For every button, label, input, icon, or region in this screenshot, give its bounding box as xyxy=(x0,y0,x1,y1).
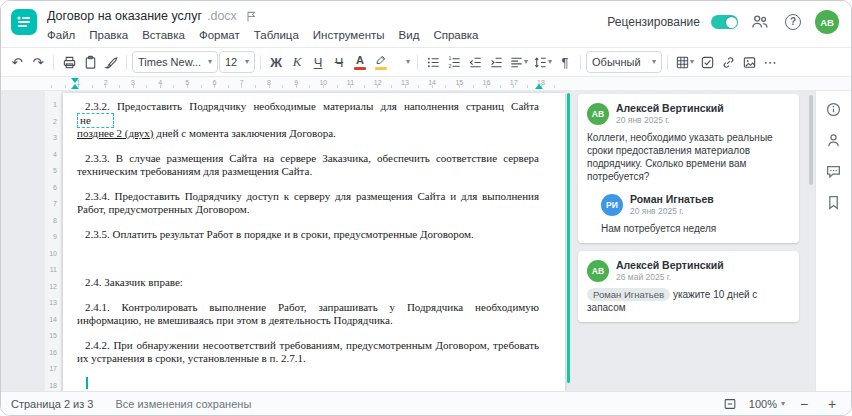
bold-button[interactable]: Ж xyxy=(266,51,286,73)
ruler-tick-label: 12 xyxy=(374,79,382,86)
comments-icon[interactable] xyxy=(823,160,845,182)
info-icon[interactable] xyxy=(823,98,845,120)
ruler-tick-label: 9 xyxy=(294,79,298,86)
alignment-button[interactable]: ▾ xyxy=(507,51,530,73)
ruler-tick-label: 3 xyxy=(53,134,57,141)
numbered-list-button[interactable]: 12 xyxy=(444,51,464,73)
text-run: 2.3.3. В случае размещения Сайта на серв… xyxy=(77,152,539,178)
menu-item-help[interactable]: Справка xyxy=(433,29,478,41)
underline-button[interactable]: Ч xyxy=(308,51,328,73)
ruler-tick-label: 5 xyxy=(185,79,189,86)
ruler-tick-label: 2 xyxy=(104,79,108,86)
comment-date: 26 май 2025 г. xyxy=(616,272,724,282)
comment[interactable]: АВАлексей Вертинский26 май 2025 г.Роман … xyxy=(587,259,790,314)
paste-button[interactable] xyxy=(80,51,100,73)
top-bar: Договор на оказание услуг .docx ФайлПрав… xyxy=(1,1,851,47)
font-color-button[interactable]: А xyxy=(350,51,370,73)
comment-anchor: не xyxy=(77,113,114,128)
user-avatar[interactable]: АВ xyxy=(815,10,839,34)
mention-chip[interactable]: Роман Игнатьев xyxy=(587,288,670,301)
paragraph[interactable]: 2.3.3. В случае размещения Сайта на серв… xyxy=(77,152,539,179)
bullet-list-button[interactable] xyxy=(423,51,443,73)
svg-text:2: 2 xyxy=(448,62,451,68)
menu-item-view[interactable]: Вид xyxy=(399,29,420,41)
horizontal-ruler[interactable]: 123456789101112131415161718 xyxy=(1,77,851,91)
toolbar-divider xyxy=(417,55,418,70)
font-family-select[interactable]: Times New... ▾ xyxy=(132,51,218,73)
comment-thread[interactable]: АВАлексей Вертинский26 май 2025 г.Роман … xyxy=(578,251,799,322)
collaborators-icon[interactable] xyxy=(749,11,771,33)
document-area[interactable]: 123456789101112131415161718 2.3.2. Предо… xyxy=(1,91,567,391)
redo-button[interactable]: ↷ xyxy=(28,51,48,73)
assistant-icon[interactable] xyxy=(823,129,845,151)
zoom-out-button[interactable]: − xyxy=(795,395,813,413)
ruler-tick-label: 7 xyxy=(240,79,244,86)
paragraph[interactable]: 2.3.4. Предоставить Подрядчику доступ к … xyxy=(77,190,539,217)
paragraph-style-select[interactable]: Обычный ▾ xyxy=(586,51,662,73)
ruler-tick-label: 8 xyxy=(267,79,271,86)
zoom-controls: 100% ▾ − + xyxy=(721,395,841,413)
paragraph[interactable]: 2.3.2. Предоставить Подрядчику необходим… xyxy=(77,100,539,141)
comment-thread[interactable]: АВАлексей Вертинский20 янв 2025 г.Коллег… xyxy=(578,94,799,243)
ruler-tick-label: 2 xyxy=(53,118,57,125)
menu-item-format[interactable]: Формат xyxy=(199,29,240,41)
paragraph[interactable]: 2.4.2. При обнаружении несоответствий тр… xyxy=(77,339,539,366)
paragraph[interactable]: 2.4. Заказчик вправе: xyxy=(77,276,539,290)
undo-button[interactable]: ↶ xyxy=(7,51,27,73)
fit-page-button[interactable] xyxy=(721,395,739,413)
paragraph[interactable]: 2.3.5. Оплатить результат Работ в порядк… xyxy=(77,228,539,242)
formatting-toolbar: ↶ ↷ Times New... ▾ 12 ▾ Ж К Ч Ч А xyxy=(1,47,851,77)
document-page[interactable]: 2.3.2. Предоставить Подрядчику необходим… xyxy=(63,93,565,391)
app-logo[interactable] xyxy=(11,9,37,35)
ruler-tick-label: 15 xyxy=(49,332,57,339)
paragraph[interactable] xyxy=(77,252,539,265)
comments-scrollbar[interactable] xyxy=(807,91,815,391)
text-run: дней с момента заключения Договора. xyxy=(154,127,336,139)
comment[interactable]: АВАлексей Вертинский20 янв 2025 г.Коллег… xyxy=(587,102,790,183)
insert-table-button[interactable]: ▾ xyxy=(673,51,696,73)
svg-text:1: 1 xyxy=(448,55,451,61)
scrollbar-thumb[interactable] xyxy=(809,95,813,185)
first-line-indent-marker[interactable] xyxy=(71,78,79,83)
comment-date: 20 янв 2025 г. xyxy=(630,206,714,216)
highlight-button[interactable] xyxy=(371,51,391,73)
ruler-tick-label: 13 xyxy=(401,79,409,86)
font-size-select[interactable]: 12 ▾ xyxy=(219,51,255,73)
right-indent-marker[interactable] xyxy=(535,84,543,89)
flag-icon[interactable] xyxy=(245,10,257,23)
print-button[interactable] xyxy=(59,51,79,73)
zoom-select[interactable]: 100% ▾ xyxy=(749,398,785,410)
paragraph[interactable]: 2.4.1. Контролировать выполнение Работ, … xyxy=(77,301,539,328)
strikethrough-button[interactable]: Ч xyxy=(329,51,349,73)
more-text-formatting-button[interactable]: ▾ xyxy=(392,51,412,73)
menu-item-insert[interactable]: Вставка xyxy=(142,29,185,41)
toolbar-divider xyxy=(667,55,668,70)
insert-image-button[interactable] xyxy=(739,51,759,73)
menu-item-edit[interactable]: Правка xyxy=(89,29,128,41)
menu-item-tools[interactable]: Инструменты xyxy=(313,29,385,41)
comment-reply[interactable]: РИРоман Игнатьев20 янв 2025 г.Нам потреб… xyxy=(601,193,790,235)
decrease-indent-button[interactable] xyxy=(465,51,485,73)
left-indent-marker[interactable] xyxy=(71,84,79,89)
toolbar-divider xyxy=(126,55,127,70)
more-tools-button[interactable]: ⋯ xyxy=(760,51,780,73)
vertical-ruler[interactable]: 123456789101112131415161718 xyxy=(45,91,61,391)
zoom-in-button[interactable]: + xyxy=(823,395,841,413)
document-title[interactable]: Договор на оказание услуг xyxy=(47,9,202,23)
bookmarks-icon[interactable] xyxy=(823,191,845,213)
insert-checkbox-button[interactable] xyxy=(697,51,717,73)
page-indicator: Страница 2 из 3 xyxy=(11,398,93,410)
review-toggle[interactable] xyxy=(711,15,738,29)
increase-indent-button[interactable] xyxy=(486,51,506,73)
menu-item-file[interactable]: Файл xyxy=(47,29,75,41)
format-painter-button[interactable] xyxy=(101,51,121,73)
formatting-marks-button[interactable]: ¶ xyxy=(555,51,575,73)
ruler-tick-label: 6 xyxy=(53,184,57,191)
insert-link-button[interactable] xyxy=(718,51,738,73)
menu-item-table[interactable]: Таблица xyxy=(254,29,299,41)
ruler-tick-label: 6 xyxy=(213,79,217,86)
help-icon[interactable]: ? xyxy=(782,11,804,33)
ruler-tick-label: 15 xyxy=(455,79,463,86)
italic-button[interactable]: К xyxy=(287,51,307,73)
line-spacing-button[interactable]: ▾ xyxy=(531,51,554,73)
